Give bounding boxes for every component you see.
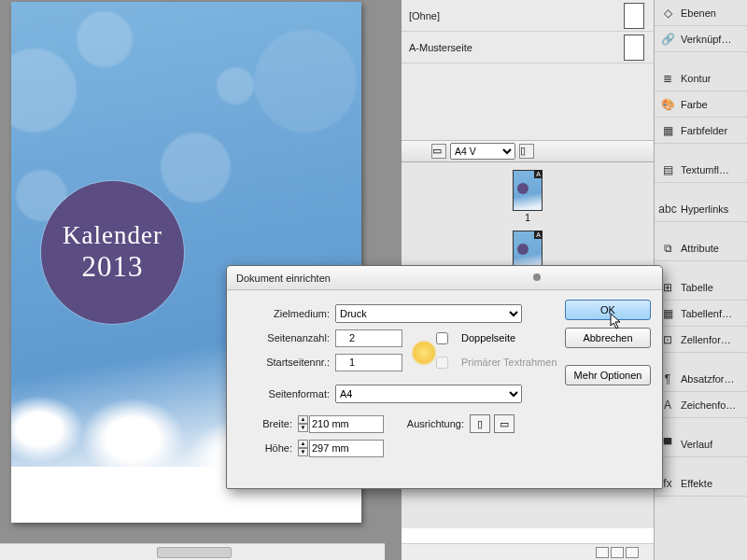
tool-farbfelder-label: Farbfelder	[681, 125, 727, 136]
tool-tabellenf-label: Tabellenf…	[681, 308, 732, 319]
orientation-landscape-button[interactable]: ▭	[494, 414, 514, 433]
master-thumb	[624, 3, 644, 29]
tool-farbfelder-icon: ▦	[660, 123, 675, 138]
tool-absatzfor-label: Absatzfor…	[681, 373, 734, 385]
horizontal-scrollbar[interactable]	[0, 543, 385, 560]
tool-verlauf-label: Verlauf	[681, 439, 712, 450]
pages-panel-footer	[402, 543, 654, 560]
tool-effekte[interactable]: fxEffekte	[655, 470, 747, 497]
tool-ebenen-icon: ◇	[660, 6, 675, 21]
tool-verknuepf-label: Verknüpf…	[681, 34, 731, 45]
hoehe-label: Höhe:	[238, 442, 298, 454]
primaer-textrahmen-label: Primärer Textrahmen	[461, 357, 557, 368]
tool-ebenen[interactable]: ◇Ebenen	[655, 0, 747, 26]
zielmedium-label: Zielmedium:	[238, 308, 335, 319]
tool-kontur-label: Kontur	[681, 73, 711, 84]
tool-zellenfor[interactable]: ⊡Zellenfor…	[655, 327, 747, 353]
pages-panel: [Ohne] A-Musterseite	[402, 0, 654, 149]
tool-attribute[interactable]: ⧉Attribute	[655, 235, 747, 261]
page-size-bar: ▭ A4 V ▯	[402, 140, 654, 162]
tool-absatzfor[interactable]: ¶Absatzfor…	[655, 366, 747, 392]
tool-verlauf[interactable]: ▀Verlauf	[655, 431, 747, 457]
hoehe-input[interactable]	[309, 440, 384, 457]
page-size-portrait-icon[interactable]: ▯	[519, 144, 534, 159]
tool-tabelle[interactable]: ⊞Tabelle	[655, 274, 747, 301]
tool-tabelle-label: Tabelle	[681, 282, 713, 293]
breite-input[interactable]	[309, 415, 384, 433]
breite-label: Breite:	[238, 418, 298, 429]
delete-page-icon[interactable]	[626, 547, 639, 558]
tool-hyperlinks-icon: abc	[660, 202, 675, 217]
zielmedium-select[interactable]: Druck	[335, 304, 522, 323]
startseite-input[interactable]	[335, 354, 402, 371]
right-toolbox: ◇Ebenen🔗Verknüpf…≣Kontur🎨Farbe▦Farbfelde…	[654, 0, 747, 560]
tool-effekte-label: Effekte	[681, 478, 712, 489]
tool-zellenfor-label: Zellenfor…	[681, 334, 731, 345]
seitenanzahl-input[interactable]	[335, 329, 402, 347]
tool-attribute-label: Attribute	[681, 243, 719, 254]
page-size-icon[interactable]: ▭	[431, 144, 446, 159]
tool-kontur-icon: ≣	[660, 71, 675, 86]
document-setup-dialog: Dokument einrichten Zielmedium: Druck Se…	[226, 265, 663, 489]
master-tag-a: A	[534, 170, 543, 178]
tool-textumfluss-label: Textumfl…	[681, 164, 729, 175]
tool-textumfluss-icon: ▤	[660, 162, 675, 177]
tool-kontur[interactable]: ≣Kontur	[655, 65, 747, 91]
page-size-select[interactable]: A4 V	[450, 143, 515, 160]
master-thumb	[624, 35, 644, 61]
page-number: 1	[525, 213, 530, 223]
tool-verknuepf[interactable]: 🔗Verknüpf…	[655, 26, 747, 52]
ausrichtung-label: Ausrichtung:	[384, 418, 470, 429]
tool-attribute-icon: ⧉	[660, 241, 675, 256]
tool-textumfluss[interactable]: ▤Textumfl…	[655, 157, 747, 183]
title-line1: Kalender	[63, 221, 162, 250]
seitenanzahl-label: Seitenanzahl:	[238, 332, 335, 343]
new-page-icon[interactable]	[596, 547, 609, 558]
tool-zeichenfo-label: Zeichenfo…	[681, 399, 736, 411]
doppelseite-checkbox[interactable]	[436, 332, 448, 344]
more-options-button[interactable]: Mehr Optionen	[565, 365, 651, 385]
calendar-title-circle: Kalender 2013	[41, 181, 184, 324]
orientation-portrait-button[interactable]: ▯	[470, 414, 490, 433]
dialog-grip-icon[interactable]	[533, 273, 541, 281]
new-page-icon[interactable]	[611, 547, 624, 558]
tool-tabellenf[interactable]: ▦Tabellenf…	[655, 301, 747, 327]
hint-highlight	[411, 340, 437, 366]
page-thumb-1[interactable]: A 1	[402, 170, 654, 223]
master-row-none[interactable]: [Ohne]	[402, 0, 654, 32]
tool-farbe-label: Farbe	[681, 99, 708, 110]
startseite-label: Startseitennr.:	[238, 357, 335, 368]
master-tag-a: A	[534, 231, 543, 239]
tool-hyperlinks-label: Hyperlinks	[681, 203, 728, 215]
ok-button[interactable]: OK	[565, 300, 651, 320]
tool-ebenen-label: Ebenen	[681, 7, 716, 19]
seitenformat-select[interactable]: A4	[335, 385, 522, 403]
dialog-title: Dokument einrichten	[227, 266, 662, 290]
master-label: [Ohne]	[409, 10, 624, 21]
tool-zeichenfo[interactable]: AZeichenfo…	[655, 392, 747, 418]
master-label: A-Musterseite	[409, 42, 624, 53]
tool-farbe[interactable]: 🎨Farbe	[655, 91, 747, 118]
doppelseite-label: Doppelseite	[461, 332, 515, 343]
tool-farbe-icon: 🎨	[660, 97, 675, 112]
title-line2: 2013	[82, 250, 144, 284]
primaer-textrahmen-checkbox	[436, 357, 448, 369]
cancel-button[interactable]: Abbrechen	[565, 328, 651, 348]
master-row-a[interactable]: A-Musterseite	[402, 32, 654, 63]
tool-hyperlinks[interactable]: abcHyperlinks	[655, 196, 747, 222]
tool-farbfelder[interactable]: ▦Farbfelder	[655, 118, 747, 144]
tool-verknuepf-icon: 🔗	[660, 32, 675, 47]
seitenformat-label: Seitenformat:	[238, 388, 335, 399]
